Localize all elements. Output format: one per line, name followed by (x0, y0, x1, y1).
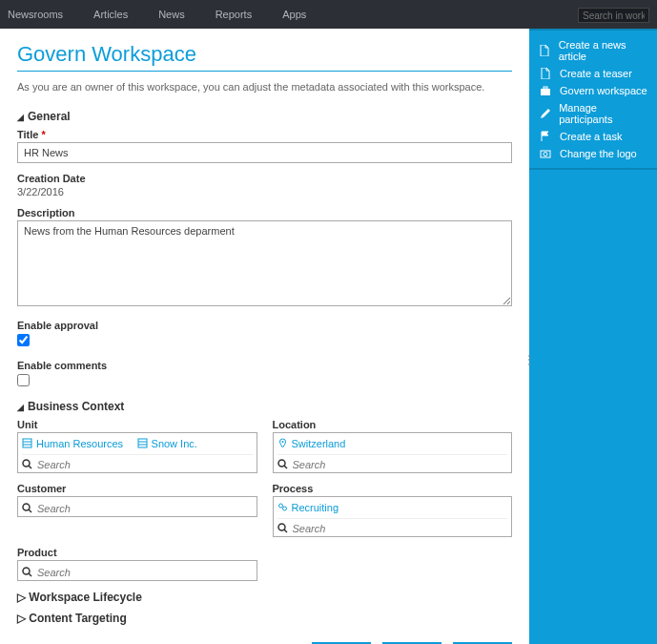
gear-icon (277, 502, 289, 513)
page-title: Govern Workspace (17, 42, 512, 72)
caret-down-icon: ◢ (17, 403, 24, 412)
search-icon (277, 459, 289, 470)
nav-apps[interactable]: Apps (282, 9, 306, 20)
label-creation-date: Creation Date (17, 173, 512, 184)
search-input[interactable] (578, 8, 649, 23)
svg-point-19 (278, 524, 285, 530)
label-unit: Unit (17, 419, 257, 430)
svg-point-15 (23, 504, 30, 510)
pin-icon (277, 438, 289, 449)
svg-line-16 (29, 509, 31, 512)
svg-point-21 (23, 568, 30, 574)
label-customer: Customer (17, 483, 257, 494)
caret-right-icon: ▷ (17, 612, 26, 625)
action-label: Create a news article (559, 39, 647, 62)
org-icon (137, 438, 149, 449)
briefcase-icon (539, 85, 552, 96)
customer-tagbox[interactable] (17, 496, 257, 517)
label-product: Product (17, 547, 257, 558)
product-search (22, 563, 253, 580)
action-create-teaser[interactable]: Create a teaser (529, 65, 657, 82)
svg-rect-0 (541, 89, 550, 95)
svg-line-14 (284, 466, 287, 468)
section-business-header[interactable]: ◢Business Context (17, 400, 512, 413)
action-create-news-article[interactable]: Create a news article (529, 36, 657, 65)
svg-rect-4 (23, 439, 31, 447)
label-description: Description (17, 207, 512, 218)
svg-rect-7 (138, 439, 147, 447)
action-manage-participants[interactable]: Manage participants (529, 99, 657, 128)
svg-rect-1 (544, 87, 547, 89)
unit-tag[interactable]: Snow Inc. (137, 438, 197, 449)
svg-point-18 (282, 507, 286, 510)
unit-search-input[interactable] (37, 459, 253, 470)
description-textarea[interactable]: News from the Human Resources deparment (17, 220, 512, 306)
process-search-input[interactable] (293, 523, 508, 534)
location-tagbox[interactable]: Switzerland (273, 432, 513, 473)
unit-search (22, 454, 253, 472)
process-search (277, 518, 508, 536)
side-actions: Create a news article Create a teaser Go… (529, 29, 657, 170)
svg-line-20 (284, 530, 287, 532)
section-targeting-header[interactable]: ▷ Content Targeting (17, 612, 512, 625)
org-icon (22, 438, 33, 449)
nav-newsrooms[interactable]: Newsrooms (8, 9, 63, 20)
action-create-task[interactable]: Create a task (529, 128, 657, 145)
search-icon (22, 503, 33, 514)
location-tag[interactable]: Switzerland (277, 438, 346, 449)
camera-icon (539, 148, 552, 159)
pencil-icon (539, 108, 551, 119)
value-creation-date: 3/22/2016 (17, 186, 512, 197)
action-label: Govern workspace (560, 85, 647, 96)
nav-search (578, 6, 649, 24)
document-icon (539, 68, 552, 79)
svg-point-17 (278, 504, 282, 508)
main-content: Govern Workspace As you are an owner of … (0, 29, 529, 644)
action-label: Change the logo (560, 148, 637, 159)
customer-search-input[interactable] (37, 503, 253, 514)
svg-point-12 (281, 441, 283, 443)
search-icon (22, 459, 33, 470)
nav-news[interactable]: News (158, 9, 185, 20)
document-icon (539, 45, 551, 56)
caret-down-icon: ◢ (17, 113, 24, 122)
unit-tag[interactable]: Human Resources (22, 438, 123, 449)
unit-tagbox[interactable]: Human Resources Snow Inc. (17, 432, 257, 473)
title-input[interactable] (17, 142, 512, 163)
label-process: Process (273, 483, 513, 494)
action-label: Create a task (560, 131, 622, 142)
product-search-input[interactable] (37, 567, 253, 578)
label-title: Title * (17, 129, 512, 140)
location-search (277, 454, 508, 472)
product-tagbox[interactable] (17, 560, 257, 581)
svg-line-22 (29, 573, 31, 576)
label-enable-approval: Enable approval (17, 320, 512, 331)
svg-point-13 (278, 460, 285, 467)
action-change-logo[interactable]: Change the logo (529, 145, 657, 162)
label-location: Location (273, 419, 513, 430)
action-govern-workspace[interactable]: Govern workspace (529, 82, 657, 99)
action-label: Manage participants (559, 102, 647, 125)
process-tag[interactable]: Recruiting (277, 502, 339, 513)
enable-comments-checkbox[interactable] (17, 374, 30, 386)
nav-articles[interactable]: Articles (93, 9, 128, 20)
process-tagbox[interactable]: Recruiting (273, 496, 513, 537)
svg-point-3 (544, 153, 547, 156)
side-panel: Create a news article Create a teaser Go… (529, 29, 657, 644)
customer-search (22, 499, 253, 516)
action-label: Create a teaser (560, 68, 632, 79)
nav-reports[interactable]: Reports (216, 9, 253, 20)
required-marker: * (41, 129, 45, 140)
caret-right-icon: ▷ (17, 591, 26, 604)
section-lifecycle-header[interactable]: ▷ Workspace Lifecycle (17, 591, 512, 604)
search-icon (277, 523, 289, 534)
enable-approval-checkbox[interactable] (17, 334, 30, 346)
svg-line-11 (29, 466, 31, 468)
svg-point-10 (23, 460, 30, 467)
page-description: As you are an owner of this workspace, y… (17, 81, 512, 93)
flag-icon (539, 131, 552, 142)
top-nav: Newsrooms Articles News Reports Apps (0, 0, 657, 29)
section-general-header[interactable]: ◢General (17, 110, 512, 123)
search-icon (22, 567, 33, 578)
location-search-input[interactable] (293, 459, 508, 470)
